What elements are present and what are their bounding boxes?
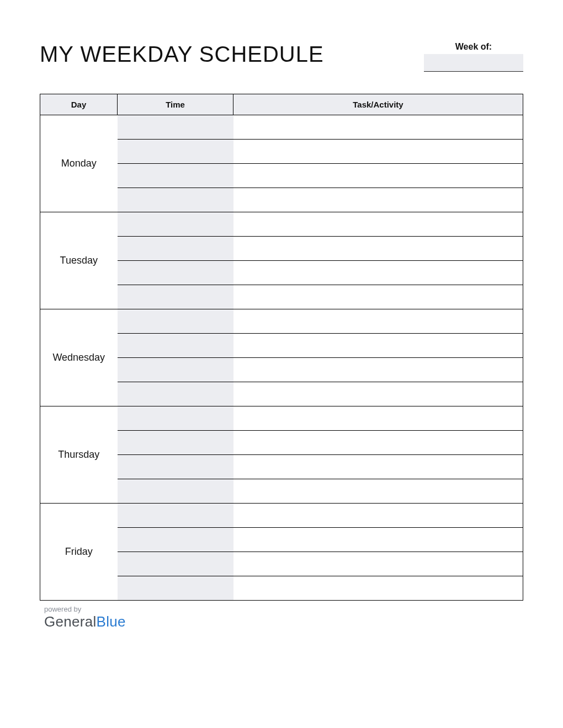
week-of-label: Week of:	[455, 42, 492, 52]
task-cell[interactable]	[233, 431, 523, 455]
day-cell: Friday	[40, 504, 118, 601]
brand-first: General	[44, 613, 97, 630]
task-cell[interactable]	[233, 285, 523, 309]
task-cell[interactable]	[233, 261, 523, 285]
time-cell[interactable]	[118, 140, 233, 164]
page-title: MY WEEKDAY SCHEDULE	[40, 42, 324, 67]
day-cell: Wednesday	[40, 309, 118, 406]
time-cell[interactable]	[118, 504, 233, 528]
task-cell[interactable]	[233, 309, 523, 334]
task-cell[interactable]	[233, 237, 523, 261]
task-cell[interactable]	[233, 115, 523, 140]
time-cell[interactable]	[118, 212, 233, 237]
schedule-table: Day Time Task/Activity MondayTuesdayWedn…	[40, 94, 523, 601]
brand-second: Blue	[97, 613, 126, 630]
task-cell[interactable]	[233, 552, 523, 576]
time-cell[interactable]	[118, 188, 233, 212]
footer: powered by GeneralBlue	[40, 605, 523, 630]
task-cell[interactable]	[233, 212, 523, 237]
task-cell[interactable]	[233, 164, 523, 188]
time-cell[interactable]	[118, 455, 233, 479]
col-header-task: Task/Activity	[233, 94, 523, 115]
time-cell[interactable]	[118, 285, 233, 309]
brand-logo: GeneralBlue	[44, 613, 523, 630]
task-cell[interactable]	[233, 504, 523, 528]
task-cell[interactable]	[233, 140, 523, 164]
time-cell[interactable]	[118, 261, 233, 285]
powered-by-label: powered by	[44, 605, 523, 613]
time-cell[interactable]	[118, 115, 233, 140]
task-cell[interactable]	[233, 576, 523, 601]
time-cell[interactable]	[118, 406, 233, 431]
time-cell[interactable]	[118, 164, 233, 188]
task-cell[interactable]	[233, 406, 523, 431]
time-cell[interactable]	[118, 309, 233, 334]
task-cell[interactable]	[233, 358, 523, 382]
time-cell[interactable]	[118, 552, 233, 576]
time-cell[interactable]	[118, 382, 233, 406]
time-cell[interactable]	[118, 334, 233, 358]
time-cell[interactable]	[118, 237, 233, 261]
day-cell: Monday	[40, 115, 118, 212]
time-cell[interactable]	[118, 479, 233, 504]
task-cell[interactable]	[233, 455, 523, 479]
day-cell: Tuesday	[40, 212, 118, 309]
week-of-input[interactable]	[424, 54, 523, 72]
col-header-time: Time	[118, 94, 233, 115]
time-cell[interactable]	[118, 431, 233, 455]
week-of-block: Week of:	[424, 42, 523, 72]
time-cell[interactable]	[118, 358, 233, 382]
col-header-day: Day	[40, 94, 118, 115]
task-cell[interactable]	[233, 528, 523, 552]
task-cell[interactable]	[233, 479, 523, 504]
day-cell: Thursday	[40, 406, 118, 504]
task-cell[interactable]	[233, 334, 523, 358]
time-cell[interactable]	[118, 528, 233, 552]
time-cell[interactable]	[118, 576, 233, 601]
task-cell[interactable]	[233, 382, 523, 406]
task-cell[interactable]	[233, 188, 523, 212]
